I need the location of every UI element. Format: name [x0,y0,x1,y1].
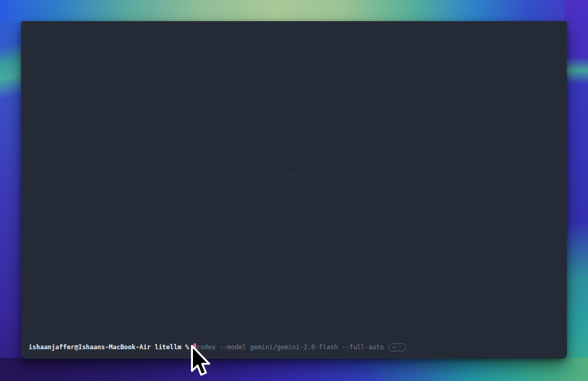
shell-prompt: ishaanjaffer@Ishaans-MacBook-Air litellm… [29,343,189,351]
wallpaper-bottom-strip [0,358,588,381]
terminal-window[interactable]: ... ishaanjaffer@Ishaans-MacBook-Air lit… [21,21,567,359]
text-cursor [194,343,196,351]
wallpaper-top-strip [0,0,588,22]
command-autosuggestion: codex --model gemini/gemini-2.0-flash --… [197,343,384,351]
command-input-line[interactable]: ishaanjaffer@Ishaans-MacBook-Air litellm… [29,343,406,351]
wallpaper-right-strip [565,0,588,381]
desktop: ... ishaanjaffer@Ishaans-MacBook-Air lit… [0,0,588,381]
accept-suggestion-hint-badge: → · [389,343,406,351]
prompt-space [189,343,192,351]
loading-ellipsis: ... [286,169,301,177]
